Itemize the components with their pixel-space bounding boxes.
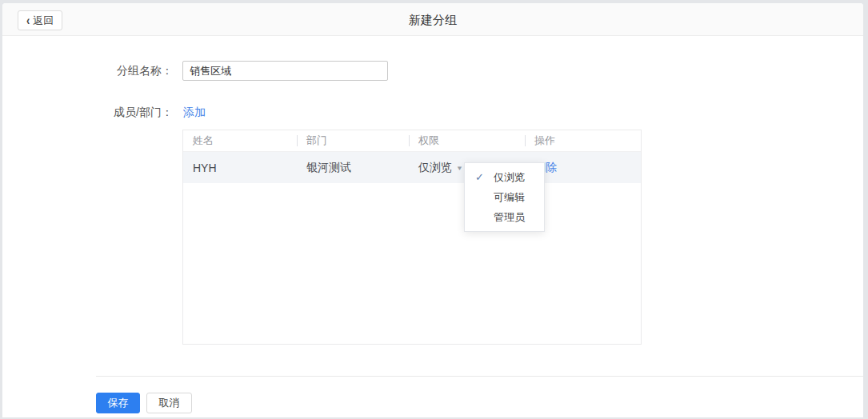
column-header-action: 操作: [525, 130, 641, 151]
dropdown-arrow-icon: ▼: [456, 164, 463, 171]
members-table: 姓名 部门 权限 操作 HYH 银河测试 仅浏览 ▼ 删除: [182, 130, 642, 345]
group-name-input[interactable]: [182, 61, 388, 81]
permission-dropdown-menu: ✓ 仅浏览 可编辑 管理员: [464, 162, 545, 232]
dropdown-option-label: 仅浏览: [494, 171, 525, 183]
cancel-button[interactable]: 取消: [146, 393, 192, 413]
member-department-cell: 银河测试: [297, 152, 409, 183]
dropdown-option-admin[interactable]: 管理员: [465, 207, 544, 227]
dropdown-option-label: 管理员: [494, 211, 525, 223]
members-label: 成员/部门：: [50, 106, 173, 120]
dropdown-option-label: 可编辑: [494, 191, 525, 203]
dropdown-option-view-only[interactable]: ✓ 仅浏览: [465, 167, 544, 187]
topbar: ‹ 返回 新建分组: [2, 3, 863, 36]
member-name-cell: HYH: [183, 152, 297, 183]
column-header-permission: 权限: [409, 130, 525, 151]
permission-dropdown-trigger[interactable]: 仅浏览 ▼: [418, 161, 463, 175]
footer-divider: [96, 376, 863, 377]
table-header-row: 姓名 部门 权限 操作: [183, 130, 641, 152]
column-header-name: 姓名: [183, 130, 297, 151]
dropdown-option-editable[interactable]: 可编辑: [465, 187, 544, 207]
page-title: 新建分组: [2, 3, 863, 36]
add-member-link[interactable]: 添加: [183, 106, 206, 120]
group-name-label: 分组名称：: [50, 64, 173, 78]
permission-value: 仅浏览: [418, 161, 452, 175]
save-button[interactable]: 保存: [96, 393, 140, 413]
table-row: HYH 银河测试 仅浏览 ▼ 删除: [183, 152, 641, 183]
new-group-panel: ‹ 返回 新建分组 分组名称： 成员/部门： 添加 姓名 部门 权限 操作 HY…: [2, 3, 863, 417]
check-icon: ✓: [475, 167, 484, 187]
column-header-department: 部门: [297, 130, 409, 151]
